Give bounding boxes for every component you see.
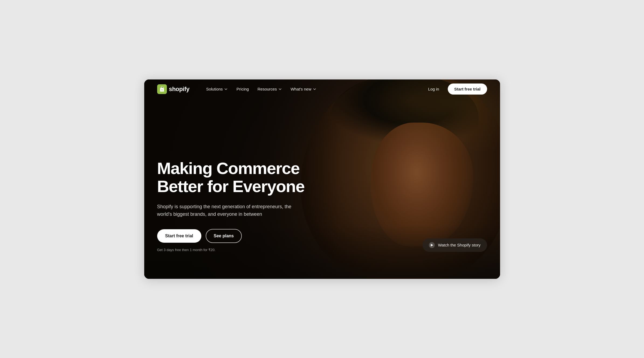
page-wrapper: S shopify Solutions Pricing Resources bbox=[144, 79, 500, 279]
whats-new-label: What's new bbox=[291, 87, 311, 91]
hero-content: Making Commerce Better for Everyone Shop… bbox=[157, 159, 305, 252]
nav-solutions[interactable]: Solutions bbox=[202, 85, 232, 93]
chevron-down-icon bbox=[224, 87, 228, 91]
logo-link[interactable]: S shopify bbox=[157, 84, 190, 94]
navbar: S shopify Solutions Pricing Resources bbox=[144, 79, 500, 99]
svg-text:S: S bbox=[161, 89, 163, 91]
chevron-down-icon bbox=[313, 87, 316, 91]
hero-section: S shopify Solutions Pricing Resources bbox=[144, 79, 500, 279]
hero-start-free-trial-button[interactable]: Start free trial bbox=[157, 229, 201, 243]
resources-label: Resources bbox=[257, 87, 277, 91]
watch-story-label: Watch the Shopify story bbox=[438, 243, 481, 247]
chevron-down-icon bbox=[278, 87, 282, 91]
nav-right: Log in Start free trial bbox=[424, 84, 487, 95]
headline-line2: Better for Everyone bbox=[157, 177, 305, 196]
play-triangle bbox=[431, 244, 433, 246]
watch-shopify-story-button[interactable]: Watch the Shopify story bbox=[422, 238, 487, 252]
hero-subtext: Shopify is supporting the next generatio… bbox=[157, 203, 292, 218]
nav-whats-new[interactable]: What's new bbox=[287, 85, 320, 93]
play-icon bbox=[429, 242, 435, 248]
pricing-label: Pricing bbox=[236, 87, 249, 91]
shopify-bag-icon: S bbox=[157, 84, 167, 94]
hero-buttons: Start free trial See plans bbox=[157, 229, 305, 243]
headline-line1: Making Commerce bbox=[157, 159, 300, 178]
hero-see-plans-button[interactable]: See plans bbox=[206, 229, 242, 243]
hero-disclaimer: Get 3 days free then 1 month for ₹20. bbox=[157, 248, 305, 252]
logo-text: shopify bbox=[169, 86, 190, 93]
solutions-label: Solutions bbox=[206, 87, 223, 91]
nav-links: Solutions Pricing Resources What's new bbox=[202, 85, 424, 93]
nav-start-free-trial-button[interactable]: Start free trial bbox=[448, 84, 487, 95]
login-button[interactable]: Log in bbox=[424, 85, 443, 93]
nav-resources[interactable]: Resources bbox=[254, 85, 286, 93]
nav-pricing[interactable]: Pricing bbox=[233, 85, 253, 93]
hero-headline: Making Commerce Better for Everyone bbox=[157, 159, 305, 196]
